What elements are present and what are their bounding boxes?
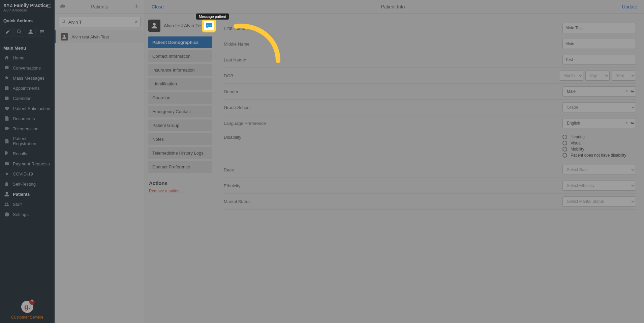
- tele-icon: [4, 126, 9, 131]
- logo-icon[interactable]: g.7: [21, 301, 33, 313]
- menu-item-label: Self-Testing: [13, 182, 36, 187]
- first-name-input[interactable]: [562, 23, 636, 33]
- message-patient-highlight: Message patient: [203, 20, 215, 32]
- section-contact-information[interactable]: Contact Information: [148, 50, 212, 62]
- radio-icon: [562, 153, 567, 158]
- dob-year-select[interactable]: Year: [612, 71, 636, 81]
- section-patient-demographics[interactable]: Patient Demographics: [148, 36, 212, 48]
- menu-item-staff[interactable]: Staff: [0, 199, 55, 209]
- logo-badge: 7: [29, 299, 35, 305]
- patients-column: Patients × Alvin test Alvin Test: [55, 0, 145, 323]
- menu-item-label: Recalls: [13, 151, 27, 156]
- radio-icon: [562, 147, 567, 152]
- clear-search-icon[interactable]: ×: [135, 19, 138, 25]
- disability-option[interactable]: Mobility: [562, 147, 636, 152]
- menu-item-covid-19[interactable]: COVID-19: [0, 169, 55, 179]
- qa-sliders-icon[interactable]: [37, 27, 47, 37]
- menu-item-recalls[interactable]: Recalls: [0, 149, 55, 159]
- radio-icon: [562, 141, 567, 145]
- settings-icon: [4, 212, 9, 217]
- svg-point-14: [207, 25, 208, 26]
- qa-search-icon[interactable]: [14, 27, 24, 37]
- svg-rect-5: [5, 86, 9, 90]
- disability-option[interactable]: Hearing: [562, 135, 636, 139]
- section-insurance-information[interactable]: Insurance Information: [148, 64, 212, 76]
- disability-option[interactable]: Visual: [562, 141, 636, 145]
- section-notes[interactable]: Notes: [148, 133, 212, 145]
- menu-item-label: Settings: [13, 212, 29, 217]
- svg-point-15: [209, 25, 209, 26]
- close-link[interactable]: Close: [152, 4, 164, 9]
- quick-actions-title: Quick Actions: [0, 14, 55, 25]
- svg-rect-12: [5, 163, 9, 164]
- menu-item-mass-messages[interactable]: Mass Messages: [0, 73, 55, 83]
- qa-user-icon[interactable]: [26, 27, 36, 37]
- menu-item-settings[interactable]: Settings: [0, 209, 55, 219]
- menu-item-patient-registration[interactable]: Patient Registration: [0, 134, 55, 149]
- menu-item-documents[interactable]: Documents: [0, 113, 55, 124]
- search-icon: [61, 19, 66, 25]
- detail-body: Alvin test Alvin Test Patient Demographi…: [145, 14, 644, 323]
- menu-item-label: Patient Registration: [13, 136, 51, 146]
- chat-icon: [4, 65, 9, 71]
- patients-title: Patients: [91, 4, 108, 9]
- section-identification[interactable]: Identification: [148, 78, 212, 90]
- menu-item-patients[interactable]: Patients: [0, 189, 55, 199]
- remove-patient-link[interactable]: Remove a patient: [148, 189, 212, 193]
- menu-item-self-testing[interactable]: Self-Testing: [0, 179, 55, 189]
- menu-item-appointments[interactable]: Appointments: [0, 83, 55, 93]
- cloud-icon[interactable]: [59, 3, 65, 10]
- ethnicity-select[interactable]: Select Ethnicity: [562, 181, 636, 191]
- menu-item-payment-requests[interactable]: Payment Requests: [0, 159, 55, 169]
- search-input[interactable]: [59, 17, 141, 27]
- language-select[interactable]: English: [562, 118, 636, 128]
- svg-point-3: [43, 30, 44, 31]
- disability-option-label: Patient does not have disability: [571, 153, 626, 158]
- search-result-item[interactable]: Alvin test Alvin Test: [55, 30, 145, 43]
- menu-item-label: Calendar: [13, 96, 31, 101]
- menu-item-conversations[interactable]: Conversations: [0, 63, 55, 73]
- middle-name-input[interactable]: [562, 39, 636, 49]
- dob-day-select[interactable]: Day: [585, 71, 610, 81]
- svg-point-16: [210, 25, 211, 26]
- heart-icon: [4, 106, 9, 111]
- marital-label: Marital Status: [224, 199, 453, 204]
- section-telemedicine-history-logs[interactable]: Telemedicine History Logs: [148, 147, 212, 159]
- section-emergency-contact[interactable]: Emergency Contact: [148, 106, 212, 117]
- svg-rect-6: [6, 86, 6, 87]
- last-name-input[interactable]: [562, 55, 636, 65]
- language-clear-icon[interactable]: ×: [625, 120, 628, 125]
- section-patient-group[interactable]: Patient Group: [148, 119, 212, 131]
- gender-label: Gender: [224, 89, 453, 94]
- add-patient-icon[interactable]: [134, 3, 140, 10]
- section-contact-preference[interactable]: Contact Preference: [148, 161, 212, 173]
- menu-item-telemedicine[interactable]: Telemedicine: [0, 124, 55, 134]
- svg-rect-9: [5, 98, 9, 98]
- main-menu-title: Main Menu: [0, 41, 55, 53]
- reg-icon: [4, 138, 9, 144]
- first-name-label: First Name: [224, 26, 245, 31]
- search-wrap: ×: [55, 14, 145, 30]
- gender-select[interactable]: Male: [562, 86, 636, 97]
- search-result-name: Alvin test Alvin Test: [71, 34, 109, 39]
- race-select[interactable]: Select Race: [562, 165, 636, 175]
- grade-select[interactable]: Grade: [562, 102, 636, 112]
- language-label: Language Preference: [224, 121, 453, 126]
- disability-option[interactable]: Patient does not have disability: [562, 153, 636, 158]
- sidebar: XYZ Family Practice Alvin Amoroso Quick …: [0, 0, 55, 323]
- menu-item-calendar[interactable]: Calendar: [0, 93, 55, 103]
- menu-item-patient-satisfaction[interactable]: Patient Satisfaction: [0, 103, 55, 113]
- section-guardian[interactable]: Guardian: [148, 92, 212, 104]
- customer-service-label[interactable]: Customer Service: [0, 315, 55, 320]
- dob-label: DOB: [224, 73, 453, 78]
- menu-item-home[interactable]: Home: [0, 53, 55, 63]
- update-link[interactable]: Update: [622, 4, 637, 9]
- menu-item-label: Home: [13, 55, 25, 60]
- marital-select[interactable]: Select Marital Status: [562, 196, 636, 207]
- hamburger-icon[interactable]: [47, 3, 52, 10]
- svg-rect-2: [47, 7, 51, 7]
- qa-compose-icon[interactable]: [3, 27, 13, 37]
- dob-month-select[interactable]: Month: [559, 71, 583, 81]
- message-patient-button[interactable]: [203, 20, 215, 32]
- gender-clear-icon[interactable]: ×: [625, 88, 628, 93]
